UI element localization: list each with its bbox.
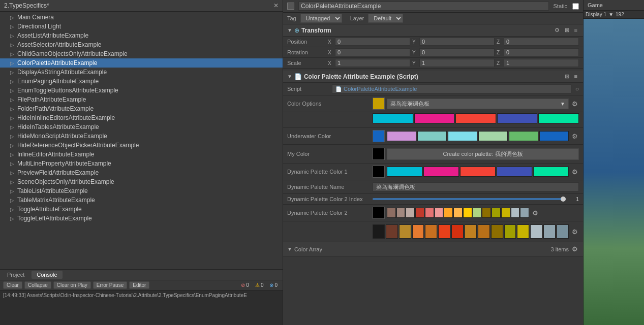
tab-console[interactable]: Console: [32, 271, 62, 279]
dp2-gear-icon[interactable]: ⚙: [531, 208, 539, 218]
bottom-gear-icon[interactable]: ⚙: [571, 227, 579, 237]
rotation-z-input[interactable]: [504, 48, 579, 56]
color-array-header[interactable]: ▼ Color Array 3 items ⚙: [283, 242, 583, 256]
transform-menu-icon[interactable]: ≡: [573, 26, 579, 34]
object-active-checkbox[interactable]: [287, 3, 294, 10]
hierarchy-item-hide-in-tables[interactable]: ▷HideInTablesAttributeExample: [0, 122, 283, 132]
dp2-index-slider[interactable]: [373, 198, 566, 200]
editor-button[interactable]: Editor: [129, 281, 149, 289]
dp1-palette-color-swatch[interactable]: [387, 167, 422, 177]
hierarchy-item-directional-light[interactable]: ▷Directional Light: [0, 22, 283, 31]
script-section-header[interactable]: ▼ 📄 Color Palette Attribute Example (Scr…: [283, 71, 583, 83]
dp1-palette-color-swatch[interactable]: [460, 167, 496, 177]
dp2-palette-color-swatch[interactable]: [501, 208, 510, 218]
palette-color-swatch[interactable]: [455, 113, 496, 123]
rotation-y-input[interactable]: [419, 48, 495, 56]
palette-color-swatch[interactable]: [373, 113, 413, 123]
hierarchy-item-preview-field[interactable]: ▷PreviewFieldAttributeExample: [0, 168, 283, 177]
hierarchy-item-main-camera[interactable]: ▷Main Camera: [0, 13, 283, 22]
hierarchy-item-toggle[interactable]: ▷ToggleAttributeExample: [0, 205, 283, 214]
dp2-palette-color-swatch[interactable]: [473, 208, 482, 218]
bottom-palette-color-swatch[interactable]: [412, 224, 424, 239]
bottom-palette-color-swatch[interactable]: [465, 224, 477, 239]
dynamic-palette-color1-swatch[interactable]: [373, 166, 385, 178]
hierarchy-item-enum-paging[interactable]: ▷EnumPagingAttributeExample: [0, 77, 283, 86]
dp2-palette-color-swatch[interactable]: [406, 208, 415, 218]
clear-button[interactable]: Clear: [3, 281, 22, 289]
tag-dropdown[interactable]: Untagged: [300, 14, 342, 23]
color-options-palette-dropdown[interactable]: 菜鸟海斓调色板 ▼: [387, 99, 569, 109]
hierarchy-item-hide-reference[interactable]: ▷HideReferenceObjectPickerAttributeExamp…: [0, 141, 283, 150]
dp2-palette-color-swatch[interactable]: [387, 208, 396, 218]
bottom-palette-color-swatch[interactable]: [373, 224, 385, 239]
hierarchy-item-color-palette[interactable]: ▷ColorPaletteAttributeExample: [0, 58, 283, 68]
dp2-palette-color-swatch[interactable]: [492, 208, 501, 218]
bottom-palette-color-swatch[interactable]: [425, 224, 437, 239]
hierarchy-item-scene-objects-only[interactable]: ▷SceneObjectsOnlyAttributeExample: [0, 177, 283, 186]
dp2-swatch[interactable]: [373, 207, 385, 219]
color-options-swatch[interactable]: [373, 98, 385, 110]
dp2-slider-thumb[interactable]: [561, 197, 566, 202]
transform-section-header[interactable]: ▼ ⊕ Transform ⚙ ⊠ ≡: [283, 24, 583, 37]
object-name-field[interactable]: [298, 2, 549, 11]
dp2-palette-color-swatch[interactable]: [425, 208, 434, 218]
script-ref-field[interactable]: 📄 ColorPaletteAttributeExample: [332, 84, 571, 93]
hierarchy-item-enum-toggle-buttons[interactable]: ▷EnumToggleButtonsAttributeExample: [0, 86, 283, 95]
scale-y-input[interactable]: [419, 59, 495, 67]
color-array-gear-icon[interactable]: ⚙: [571, 244, 579, 254]
bottom-palette-color-swatch[interactable]: [517, 224, 529, 239]
tab-project[interactable]: Project: [2, 271, 29, 279]
hierarchy-item-inline-editor[interactable]: ▷InlineEditorAttributeExample: [0, 150, 283, 159]
bottom-palette-color-swatch[interactable]: [386, 224, 398, 239]
bottom-palette-color-swatch[interactable]: [438, 224, 450, 239]
transform-icon2[interactable]: ⊠: [563, 26, 571, 34]
bottom-palette-color-swatch[interactable]: [557, 224, 569, 239]
color-options-gear-icon[interactable]: ⚙: [571, 99, 579, 109]
hierarchy-item-hide-mono-script[interactable]: ▷HideMonoScriptAttributeExample: [0, 132, 283, 141]
script-settings-icon[interactable]: ⊠: [563, 73, 571, 80]
hierarchy-item-display-as-string[interactable]: ▷DisplayAsStringAttributeExample: [0, 68, 283, 77]
palette-color-swatch[interactable]: [414, 113, 455, 123]
position-x-input[interactable]: [335, 38, 410, 46]
hierarchy-item-table-matrix[interactable]: ▷TableMatrixAttributeExample: [0, 196, 283, 205]
bottom-palette-color-swatch[interactable]: [478, 224, 490, 239]
hierarchy-item-hide-in-inline[interactable]: ▷HideInInlineEditorsAttributeExample: [0, 113, 283, 122]
position-y-input[interactable]: [419, 38, 495, 46]
scale-x-input[interactable]: [335, 59, 410, 67]
dp2-palette-color-swatch[interactable]: [396, 208, 406, 218]
underwater-palette-color-swatch[interactable]: [448, 131, 477, 141]
rotation-x-input[interactable]: [335, 48, 410, 56]
bottom-palette-color-swatch[interactable]: [504, 224, 516, 239]
bottom-palette-color-swatch[interactable]: [451, 224, 464, 239]
script-menu-icon[interactable]: ≡: [573, 73, 579, 80]
underwater-palette-color-swatch[interactable]: [509, 131, 538, 141]
palette-color-swatch[interactable]: [538, 113, 579, 123]
underwater-palette-color-swatch[interactable]: [478, 131, 508, 141]
hierarchy-item-multiline[interactable]: ▷MultiLinePropertyAttributeExample: [0, 159, 283, 168]
dp2-palette-color-swatch[interactable]: [520, 208, 529, 218]
dp2-palette-color-swatch[interactable]: [453, 208, 463, 218]
dp2-palette-color-swatch[interactable]: [482, 208, 491, 218]
collapse-button[interactable]: Collapse: [24, 281, 51, 289]
bottom-palette-color-swatch[interactable]: [543, 224, 556, 239]
dp1-gear-icon[interactable]: ⚙: [571, 167, 579, 177]
dynamic-palette-name-input[interactable]: [373, 182, 579, 191]
dp1-palette-color-swatch[interactable]: [533, 167, 569, 177]
transform-settings-icon[interactable]: ⚙: [553, 26, 561, 34]
static-checkbox[interactable]: [572, 3, 579, 10]
game-tab[interactable]: Game: [584, 0, 644, 11]
position-z-input[interactable]: [504, 38, 579, 46]
palette-color-swatch[interactable]: [497, 113, 538, 123]
error-pause-button[interactable]: Error Pause: [93, 281, 127, 289]
hierarchy-item-asset-selector[interactable]: ▷AssetSelectorAttributeExample: [0, 40, 283, 49]
bottom-palette-color-swatch[interactable]: [399, 224, 411, 239]
layer-dropdown[interactable]: Default: [368, 14, 403, 23]
dp2-palette-color-swatch[interactable]: [511, 208, 520, 218]
clear-on-play-button[interactable]: Clear on Play: [53, 281, 91, 289]
close-icon[interactable]: ✕: [273, 2, 279, 9]
hierarchy-item-file-path[interactable]: ▷FilePathAttributeExample: [0, 95, 283, 104]
bottom-palette-color-swatch[interactable]: [491, 224, 503, 239]
dp2-palette-color-swatch[interactable]: [415, 208, 424, 218]
underwater-palette-color-swatch[interactable]: [539, 131, 569, 141]
underwater-color-swatch[interactable]: [373, 130, 385, 142]
